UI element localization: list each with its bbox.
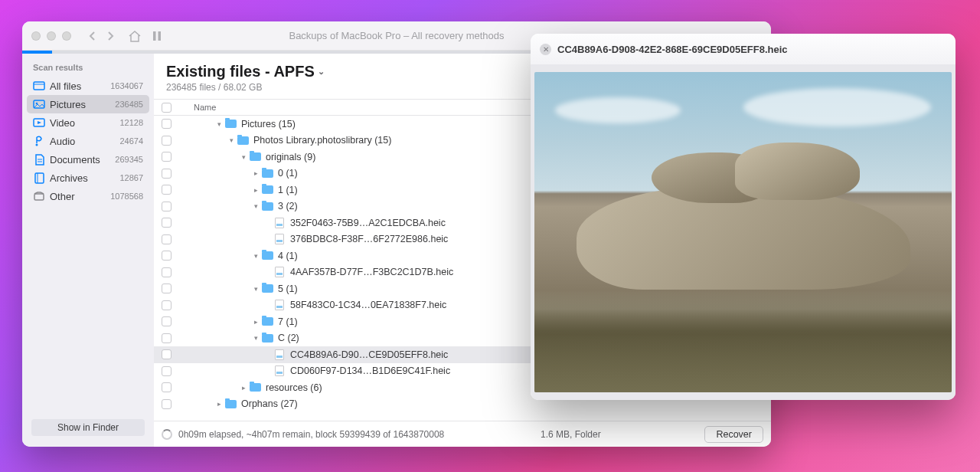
forward-button[interactable] (103, 30, 117, 42)
pause-button[interactable] (152, 31, 162, 41)
sidebar: Scan results All files1634067Pictures236… (22, 54, 154, 447)
disclosure-icon[interactable]: ▸ (240, 384, 247, 392)
chevron-down-icon: ⌄ (318, 67, 325, 77)
all files-icon (33, 80, 45, 92)
row-checkbox[interactable] (162, 202, 172, 211)
svg-rect-10 (35, 173, 44, 183)
sidebar-item-label: Video (50, 117, 75, 129)
spinner-icon (162, 429, 172, 440)
row-checkbox[interactable] (162, 136, 172, 146)
sidebar-item-audio[interactable]: Audio24674 (27, 132, 149, 150)
folder-icon (261, 201, 273, 211)
header-checkbox[interactable] (154, 103, 178, 113)
row-checkbox[interactable] (162, 185, 172, 195)
zoom-dot[interactable] (62, 31, 71, 41)
row-name: 58F483C0-1C34…0EA71838F7.heic (290, 300, 446, 310)
close-dot[interactable] (31, 31, 41, 41)
image-file-icon (273, 267, 286, 277)
folder-icon (261, 316, 273, 327)
sidebar-item-count: 1634067 (110, 81, 143, 90)
svg-rect-2 (34, 82, 44, 90)
sidebar-item-pictures[interactable]: Pictures236485 (27, 95, 149, 113)
disclosure-icon[interactable]: ▾ (252, 285, 260, 293)
sidebar-item-label: All files (50, 80, 81, 92)
row-checkbox[interactable] (162, 234, 172, 244)
svg-rect-0 (153, 31, 156, 41)
traffic-lights (31, 31, 71, 41)
image-file-icon (273, 365, 286, 376)
row-checkbox[interactable] (162, 366, 172, 376)
sidebar-item-archives[interactable]: Archives12867 (27, 169, 149, 187)
sidebar-item-count: 269345 (115, 155, 143, 164)
row-checkbox[interactable] (162, 284, 172, 293)
sidebar-item-count: 12128 (119, 118, 143, 127)
disclosure-icon[interactable]: ▾ (240, 153, 247, 161)
row-checkbox[interactable] (162, 169, 172, 179)
disclosure-icon[interactable]: ▸ (252, 318, 260, 326)
disclosure-icon[interactable]: ▸ (215, 400, 223, 408)
sidebar-item-documents[interactable]: Documents269345 (27, 150, 149, 169)
row-name: 5 (1) (278, 284, 298, 294)
sidebar-item-other[interactable]: Other1078568 (27, 187, 149, 205)
folder-icon (249, 152, 261, 162)
documents-icon (33, 153, 45, 166)
row-checkbox[interactable] (162, 152, 172, 162)
sidebar-item-count: 24674 (119, 136, 143, 146)
sidebar-item-label: Audio (50, 136, 75, 147)
row-name: Orphans (27) (241, 398, 298, 409)
window-title: Backups of MacBook Pro – All recovery me… (289, 30, 504, 41)
row-checkbox[interactable] (162, 382, 172, 392)
row-name: 1 (1) (278, 185, 298, 195)
sidebar-item-label: Archives (50, 172, 88, 184)
row-name: 0 (1) (278, 168, 298, 179)
folder-icon (224, 119, 237, 129)
minimize-dot[interactable] (47, 31, 56, 41)
row-name: 4AAF357B-D77F…F3BC2C1D7B.heic (290, 267, 453, 277)
preview-window: ✕ CC4B89A6-D908-42E2-868E-69CE9D05EFF8.h… (531, 34, 956, 400)
row-checkbox[interactable] (162, 119, 172, 129)
other-icon (33, 190, 45, 202)
disclosure-icon[interactable]: ▸ (252, 186, 260, 194)
home-button[interactable] (128, 30, 142, 42)
row-checkbox[interactable] (162, 316, 172, 326)
sidebar-item-count: 12867 (119, 173, 143, 182)
row-checkbox[interactable] (162, 251, 172, 261)
row-checkbox[interactable] (162, 399, 172, 409)
row-checkbox[interactable] (162, 267, 172, 277)
sidebar-item-all-files[interactable]: All files1634067 (27, 77, 149, 95)
archives-icon (33, 172, 45, 184)
folder-icon (261, 251, 273, 261)
image-file-icon (273, 234, 286, 244)
disclosure-icon[interactable]: ▾ (252, 252, 260, 260)
disclosure-icon[interactable]: ▾ (215, 120, 223, 128)
row-checkbox[interactable] (162, 333, 172, 343)
row-name: CD060F97-D134…B1D6E9C41F.heic (290, 365, 450, 376)
disclosure-icon[interactable]: ▾ (227, 136, 235, 144)
image-file-icon (273, 300, 286, 310)
row-name: originals (9) (266, 152, 315, 162)
row-checkbox[interactable] (162, 349, 172, 359)
row-checkbox[interactable] (162, 218, 172, 228)
back-button[interactable] (85, 30, 99, 42)
row-name: 3 (2) (278, 201, 298, 211)
close-icon[interactable]: ✕ (540, 44, 551, 55)
row-name: 376BDBC8-F38F…6F2772E986.heic (290, 234, 448, 244)
row-name: Photos Library.photoslibrary (15) (253, 135, 391, 146)
image-file-icon (273, 349, 286, 360)
folder-icon (237, 135, 249, 146)
disclosure-icon[interactable]: ▾ (252, 334, 260, 342)
recover-button[interactable]: Recover (704, 426, 763, 443)
status-text: 0h09m elapsed, ~4h07m remain, block 5939… (178, 429, 444, 440)
row-name: Pictures (15) (241, 119, 296, 129)
row-checkbox[interactable] (162, 300, 172, 310)
preview-body (531, 64, 956, 400)
show-in-finder-button[interactable]: Show in Finder (31, 419, 145, 436)
sidebar-item-count: 236485 (115, 100, 143, 109)
disclosure-icon[interactable]: ▾ (252, 202, 260, 210)
folder-icon (224, 398, 237, 409)
row-name: 7 (1) (278, 316, 298, 327)
sidebar-item-video[interactable]: Video12128 (27, 113, 149, 132)
disclosure-icon[interactable]: ▸ (252, 169, 260, 177)
sidebar-item-label: Other (50, 191, 75, 202)
video-icon (33, 116, 45, 129)
